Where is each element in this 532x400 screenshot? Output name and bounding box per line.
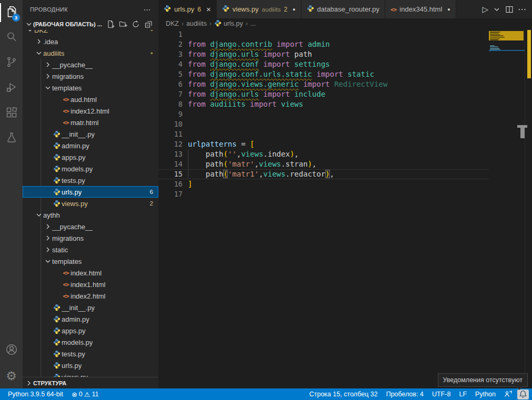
status-problems[interactable]: ⊗0⚠11: [68, 388, 103, 400]
tree-item-urls.py[interactable]: urls.py6: [23, 186, 158, 198]
code-line-15[interactable]: 15 path('matr1',views.redactor),: [158, 169, 489, 179]
status-encoding[interactable]: UTF-8: [428, 388, 454, 400]
more-actions-icon[interactable]: ⋯: [144, 5, 151, 14]
tree-item-static[interactable]: static: [23, 244, 158, 255]
tree-item-migrations[interactable]: migrations: [23, 70, 158, 82]
tree-item-models.py[interactable]: models.py: [23, 163, 158, 175]
activity-run-debug-button[interactable]: [0, 76, 23, 101]
new-file-button[interactable]: [106, 19, 115, 29]
tree-item-apps.py[interactable]: apps.py: [23, 151, 158, 163]
code-line-7[interactable]: 7from django.urls import include: [158, 89, 489, 99]
activity-testing-button[interactable]: [0, 126, 23, 151]
status-cursor-position[interactable]: Строка 15, столбец 32: [306, 388, 382, 400]
refresh-button[interactable]: [131, 19, 140, 29]
tree-item-aythh[interactable]: aythh: [23, 209, 158, 221]
tree-item-index.html[interactable]: <>index.html: [23, 267, 158, 279]
overview-ruler[interactable]: [525, 29, 532, 388]
minimap[interactable]: [489, 29, 525, 388]
modified-dot-icon[interactable]: ●: [293, 7, 295, 12]
gutter-gap: [183, 99, 188, 109]
code-line-9[interactable]: 9: [158, 109, 489, 119]
code-line-8[interactable]: 8from audiiits import views: [158, 99, 489, 109]
code-line-2[interactable]: 2from django.contrib import admin: [158, 39, 489, 49]
tree-item-__init__.py[interactable]: __init__.py: [23, 302, 158, 313]
activity-source-control-button[interactable]: [0, 50, 23, 76]
tree-item-tests.py[interactable]: tests.py: [23, 348, 158, 360]
sidebar-title: ПРОВОДНИК: [30, 6, 68, 13]
status-language-mode[interactable]: Python: [471, 388, 499, 400]
status-bar: Python 3.9.5 64-bit⊗0⚠11 Строка 15, стол…: [0, 388, 532, 400]
tree-item-templates[interactable]: templates: [23, 255, 158, 267]
tree-item-templates[interactable]: templates: [23, 82, 158, 94]
scrollbar-handle[interactable]: [520, 125, 530, 139]
code-line-16[interactable]: 16]: [158, 179, 489, 189]
code-line-17[interactable]: 17: [158, 189, 489, 199]
tree-item-.idea[interactable]: .idea: [23, 36, 158, 47]
split-editor-icon[interactable]: [504, 3, 515, 16]
run-button[interactable]: ▷: [481, 3, 489, 16]
code-area[interactable]: 12from django.contrib import admin3from …: [158, 29, 489, 388]
feedback-icon[interactable]: [500, 388, 516, 400]
code-line-14[interactable]: 14 path('matr',views.stran),: [158, 159, 489, 169]
collapse-all-button[interactable]: [144, 19, 153, 29]
code-line-12[interactable]: 12urlpatterns = [: [158, 139, 489, 149]
status-interpreter[interactable]: Python 3.9.5 64-bit: [4, 388, 67, 400]
tree-item-apps.py[interactable]: apps.py: [23, 325, 158, 336]
code-line-13[interactable]: 13 path('',views.index),: [158, 149, 489, 159]
code-line-6[interactable]: 6from django.views.generic import Redire…: [158, 79, 489, 89]
tab-database_roouter.py[interactable]: database_roouter.py: [302, 0, 386, 18]
tree-item-aud.html[interactable]: <>aud.html: [23, 94, 158, 105]
close-icon[interactable]: ×: [206, 5, 211, 14]
status-indentation[interactable]: Пробелов: 4: [383, 388, 427, 400]
tree-item-__pycache__[interactable]: __pycache__: [23, 59, 158, 70]
activity-explorer-button[interactable]: 3: [0, 0, 23, 25]
tree-item-audiiits[interactable]: audiiits●: [23, 47, 158, 59]
outline-section-header[interactable]: СТРУКТУРА: [23, 377, 158, 388]
tab-views.py[interactable]: views.pyaudiiits2●: [217, 0, 302, 18]
code-line-3[interactable]: 3from django.urls import path: [158, 49, 489, 59]
tree-item-__pycache__[interactable]: __pycache__: [23, 221, 158, 232]
activity-extensions-button[interactable]: [0, 101, 23, 126]
workspace-section-header[interactable]: (РАБОЧАЯ ОБЛАСТЬ) ...: [23, 18, 158, 30]
code-line-10[interactable]: 10: [158, 119, 489, 129]
tab-index345.html[interactable]: <>index345.html●: [385, 0, 456, 18]
code-line-11[interactable]: 11: [158, 129, 489, 139]
notifications-bell-icon[interactable]: [517, 389, 529, 399]
breadcrumb-item-...[interactable]: ...: [250, 20, 256, 27]
modified-dot-icon[interactable]: ●: [447, 7, 450, 12]
status-eol[interactable]: LF: [455, 388, 470, 400]
tree-item-admin.py[interactable]: admin.py: [23, 313, 158, 325]
tree-item-models.py[interactable]: models.py: [23, 336, 158, 348]
activity-search-button[interactable]: [0, 25, 23, 50]
tree-item-migrations[interactable]: migrations: [23, 232, 158, 244]
code-line-4[interactable]: 4from django.conf import settings: [158, 59, 489, 69]
tree-item-index2.html[interactable]: <>index2.html: [23, 290, 158, 302]
tab-label: index345.html: [399, 5, 442, 13]
tree-item-matr.html[interactable]: <>matr.html: [23, 117, 158, 128]
activity-account-button[interactable]: [0, 338, 23, 363]
code-text: from django.urls import include: [188, 89, 325, 99]
code-line-1[interactable]: 1: [158, 29, 489, 39]
tree-item-views.py[interactable]: views.py2: [23, 198, 158, 209]
tree-item-urls.py[interactable]: urls.py: [23, 360, 158, 371]
activity-settings-button[interactable]: ⚙: [0, 363, 23, 388]
tree-item-DKZ[interactable]: DKZ●: [23, 30, 158, 36]
tree-item-tests.py[interactable]: tests.py: [23, 175, 158, 186]
more-actions-icon[interactable]: ⋯: [517, 3, 528, 16]
tree-item-index12.html[interactable]: <>index12.html: [23, 105, 158, 117]
file-tree[interactable]: DKZ●.ideaaudiiits●__pycache__migrationst…: [23, 30, 158, 377]
editor[interactable]: 12from django.contrib import admin3from …: [158, 29, 532, 388]
tree-item-label: urls.py: [62, 188, 82, 196]
new-folder-button[interactable]: [118, 19, 128, 29]
breadcrumb-item-audiiits[interactable]: audiiits: [186, 20, 207, 27]
breadcrumb-item-urls.py[interactable]: urls.py: [214, 19, 243, 28]
tree-item-index1.html[interactable]: <>index1.html: [23, 279, 158, 290]
code-line-5[interactable]: 5from django.conf.urls.static import sta…: [158, 69, 489, 79]
tab-urls.py[interactable]: urls.py6×: [158, 0, 217, 18]
tree-item-views.py[interactable]: views.py: [23, 371, 158, 377]
breadcrumb-item-DKZ[interactable]: DKZ: [166, 20, 179, 27]
tree-item-admin.py[interactable]: admin.py: [23, 140, 158, 151]
python-file-icon: [52, 188, 62, 196]
tree-item-__init__.py[interactable]: __init__.py: [23, 128, 158, 140]
run-dropdown-chevron-icon[interactable]: [491, 3, 502, 16]
